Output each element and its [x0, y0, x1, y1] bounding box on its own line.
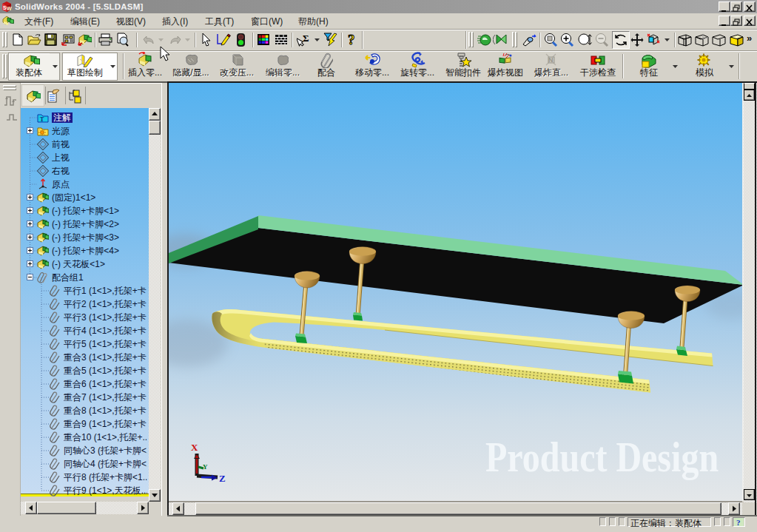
svg-text:N: N	[548, 56, 554, 64]
svg-text:W: W	[7, 6, 12, 11]
svg-text:Y: Y	[203, 463, 208, 471]
svg-text:?: ?	[736, 518, 741, 526]
svg-text:Z: Z	[219, 473, 226, 484]
svg-text:Product Design: Product Design	[485, 434, 719, 480]
svg-text:T: T	[40, 116, 44, 123]
svg-text:?: ?	[348, 32, 355, 47]
svg-text:X: X	[191, 442, 198, 453]
svg-text:Σ: Σ	[303, 33, 309, 44]
